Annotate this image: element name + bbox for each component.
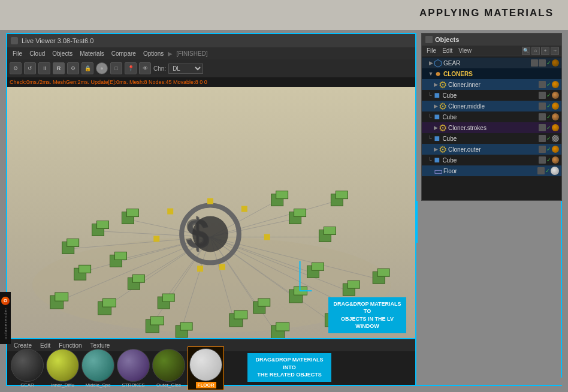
mat-label-outer: Outer_Glos [156,382,181,388]
svg-rect-68 [294,209,306,217]
lv-tool-square[interactable]: □ [110,62,122,74]
svg-rect-62 [377,269,389,276]
material-floor[interactable]: FLOOR [188,346,224,390]
obj-row-cloner-outer[interactable]: ▶ ⚙ Cloner.outer ✓ [422,144,561,155]
lv-menu-file[interactable]: File [10,50,25,57]
cube1-flags: ✓ [539,92,559,99]
cube1-icon: ■ [433,91,441,99]
octane-logo: O octanerender [0,292,11,344]
cloners-obj-name: CLONERS [443,71,559,77]
lv-window-icon [11,37,18,44]
material-middle[interactable]: Middle_Spe [81,349,114,388]
cs-mat-dot [552,124,559,131]
lv-menu-cloud[interactable]: Cloud [26,50,48,57]
obj-row-cloner-strokes[interactable]: ▶ ⚙ Cloner.strokes ✓ [422,122,561,133]
obj-row-cube-1[interactable]: └ ■ Cube ✓ [422,90,561,101]
obj-menu-file[interactable]: File [424,47,439,54]
lv-toolbar: ⚙ ↺ ⏸ R ⚙ 🔒 ● □ 📍 👁 Chn: DL Beauty [7,59,415,77]
cloners-expand[interactable]: ▼ [428,71,434,77]
cube2-name: Cube [442,114,539,120]
obj-tool-home[interactable]: ⌂ [531,47,540,55]
annotation-mat-text2: THE RELATED OBJECTS [257,372,321,378]
obj-row-cube-4[interactable]: └ ■ Cube ✓ [422,155,561,165]
lv-menu-compare[interactable]: Compare [108,50,139,57]
lv-tool-lock[interactable]: 🔒 [81,62,93,74]
obj-tool-plus[interactable]: + [541,47,549,55]
cloner-middle-icon: ⚙ [439,102,447,110]
floor-icon: ▭ [434,167,442,175]
mat-label-middle: Middle_Spe [85,382,110,388]
cm-flag-m [539,102,546,110]
co-flag-check: ✓ [546,146,551,152]
obj-row-floor[interactable]: ▭ Floor ✓ [422,165,561,176]
gear-expand[interactable]: ▶ [428,60,434,66]
lv-menu-materials[interactable]: Materials [77,50,107,57]
cube4-flags: ✓ [539,156,559,164]
connector-right-v [561,201,562,378]
obj-row-cube-3[interactable]: └ ■ Cube ✓ [422,133,561,144]
material-inner[interactable]: Inner_Diffu [46,349,79,388]
lv-status-finished: [FINISHED] [176,50,207,57]
lv-menu-objects[interactable]: Objects [49,50,75,57]
mat-menu-texture[interactable]: Texture [87,342,113,349]
cube2-flag-check: ✓ [546,114,551,120]
svg-rect-72 [67,239,79,246]
cloner-outer-name: Cloner.outer [448,146,539,153]
annotation-mat-text1: DRAG&DROP MATERIALS INTO [255,357,323,370]
gear-flag-m [531,59,538,67]
lv-tool-gear[interactable]: ⚙ [67,62,79,74]
svg-rect-76 [276,191,288,199]
lv-status-text: Check:0ms./2ms. MeshGen:2ms. Update[E]:0… [10,79,207,85]
page-title: APPLYING MATERIALS [419,7,554,19]
cloner-inner-expand[interactable]: ▶ [433,82,439,88]
mat-menu-create[interactable]: Create [11,342,35,349]
cube1-mat-dot [552,92,559,99]
lv-tool-render[interactable]: R [53,62,65,74]
obj-row-cloner-middle[interactable]: ▶ ⚙ Cloner.middle ✓ [422,101,561,111]
svg-point-28 [192,216,228,252]
mat-menu-edit[interactable]: Edit [37,342,53,349]
material-outer[interactable]: Outer_Glos [152,349,185,388]
lv-tool-settings[interactable]: ⚙ [10,62,22,74]
floor-mat-dot [551,167,559,175]
viewport: $ $ [7,87,415,366]
obj-row-cloner-inner[interactable]: ▶ ⚙ Cloner.inner ✓ [422,79,561,90]
cloner-outer-expand[interactable]: ▶ [433,146,439,152]
lv-channel-select[interactable]: DL Beauty [168,64,203,74]
obj-menu-edit[interactable]: Edit [440,47,455,54]
lv-menu-options[interactable]: Options [140,50,167,57]
lv-tool-pin[interactable]: 📍 [125,62,137,74]
cube3-name: Cube [442,135,539,142]
cube4-branch: └ [428,157,431,163]
svg-rect-38 [132,275,144,282]
lv-tool-pause[interactable]: ⏸ [38,62,50,74]
cm-flag-check: ✓ [546,103,551,109]
cloner-middle-expand[interactable]: ▶ [433,103,439,109]
cube1-flag-check: ✓ [546,92,551,98]
cube3-flag-check: ✓ [546,135,551,141]
lv-menu-arrow: ▶ [168,50,173,57]
obj-tool-arrow[interactable]: → [551,47,559,55]
obj-row-cube-2[interactable]: └ ■ Cube ✓ [422,111,561,122]
obj-row-cloners[interactable]: ▼ ● CLONERS [422,68,561,79]
svg-rect-44 [180,322,192,330]
gear-mat-dot [552,59,559,67]
cloner-strokes-expand[interactable]: ▶ [433,125,439,131]
cube3-icon: ■ [433,134,441,143]
mat-grid: GEAR Inner_Diffu Middle_Spe STROKES Oute… [7,351,415,385]
cube4-name: Cube [442,157,539,164]
mat-menu-function[interactable]: Function [56,342,84,349]
obj-row-gear[interactable]: ▶ ⬡ GEAR ✓ [422,58,561,68]
obj-tool-search[interactable]: 🔍 [522,47,530,55]
material-strokes[interactable]: STROKES [117,349,150,388]
obj-menu-view[interactable]: View [456,47,474,54]
lv-titlebar: Live Viewer 3.08-Test6.0 [7,34,415,47]
cloner-outer-icon: ⚙ [439,145,447,153]
lv-tool-refresh[interactable]: ↺ [24,62,36,74]
svg-rect-80 [153,236,159,242]
main-container: APPLYING MATERIALS Live Viewer 3.08-Test… [0,0,568,392]
lv-tool-circle[interactable]: ● [96,62,108,74]
lv-tool-eye[interactable]: 👁 [139,62,151,74]
material-gear[interactable]: GEAR [11,349,44,388]
cloner-outer-flags: ✓ [539,146,559,153]
